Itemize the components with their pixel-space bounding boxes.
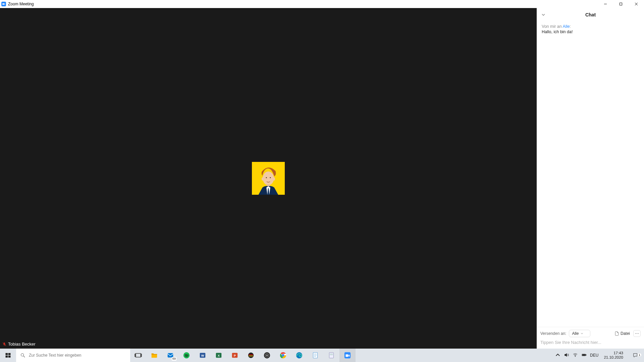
window-controls bbox=[598, 0, 644, 8]
folder-icon bbox=[151, 352, 158, 359]
taskbar-zoom[interactable] bbox=[339, 349, 356, 362]
chat-footer: Versenden an: Alle Datei ⋯ bbox=[537, 327, 644, 349]
window-title: Zoom Meeting bbox=[8, 2, 34, 6]
svg-point-6 bbox=[262, 177, 264, 181]
chat-input[interactable] bbox=[540, 340, 641, 345]
zoom-app-icon bbox=[1, 2, 6, 6]
tray-time: 17:43 bbox=[604, 351, 623, 355]
chat-messages[interactable]: Von mir an Alle: Hallo, ich bin da! bbox=[537, 21, 644, 327]
start-button[interactable] bbox=[0, 349, 16, 362]
svg-rect-32 bbox=[249, 356, 253, 356]
edge-icon bbox=[296, 352, 303, 359]
windows-logo-icon bbox=[5, 352, 11, 358]
video-area[interactable]: Tobias Becker bbox=[0, 8, 537, 349]
svg-rect-31 bbox=[249, 354, 253, 355]
excel-icon: X bbox=[215, 352, 222, 359]
tray-volume[interactable] bbox=[564, 352, 569, 359]
tray-language[interactable]: DEU bbox=[590, 353, 598, 358]
svg-point-5 bbox=[263, 171, 274, 185]
taskbar-taskview[interactable] bbox=[130, 349, 146, 362]
svg-point-7 bbox=[273, 177, 275, 181]
chat-message-meta: Von mir an Alle: bbox=[542, 24, 639, 29]
svg-rect-14 bbox=[8, 353, 11, 355]
taskbar-word[interactable]: W bbox=[195, 349, 211, 362]
chat-recipient-value: Alle bbox=[572, 331, 579, 336]
taskbar-chrome[interactable] bbox=[275, 349, 291, 362]
chat-header: Chat bbox=[537, 8, 644, 21]
file-icon bbox=[614, 331, 619, 336]
notepad-icon bbox=[312, 352, 319, 359]
word-icon: W bbox=[199, 352, 206, 359]
chat-message-text: Hallo, ich bin da! bbox=[542, 29, 639, 34]
taskview-icon bbox=[135, 352, 142, 359]
svg-rect-16 bbox=[8, 356, 11, 358]
wifi-icon bbox=[573, 352, 578, 358]
powerpoint-icon: P bbox=[231, 352, 238, 359]
generic-doc-icon bbox=[328, 352, 335, 359]
chat-message-suffix: : bbox=[570, 24, 571, 29]
chat-file-button[interactable]: Datei bbox=[614, 331, 630, 336]
spotify-icon bbox=[183, 352, 190, 359]
volume-icon bbox=[564, 352, 569, 358]
tray-battery[interactable] bbox=[581, 352, 587, 359]
svg-rect-15 bbox=[6, 356, 8, 358]
participant-name: Tobias Becker bbox=[8, 342, 36, 347]
svg-point-9 bbox=[270, 177, 271, 178]
mail-badge: 69 bbox=[172, 357, 176, 361]
search-icon bbox=[20, 353, 25, 358]
chat-message-recipient: Alle bbox=[563, 24, 570, 29]
svg-point-37 bbox=[282, 354, 284, 356]
taskbar-excel[interactable]: X bbox=[211, 349, 227, 362]
chat-title: Chat bbox=[585, 12, 596, 17]
tray-clock[interactable]: 17:43 21.10.2020 bbox=[602, 351, 625, 360]
taskbar-edge[interactable] bbox=[291, 349, 307, 362]
participant-name-label: Tobias Becker bbox=[1, 341, 38, 347]
taskbar-app-icons: 69 W X P bbox=[130, 349, 356, 362]
taskbar-app-generic-1[interactable] bbox=[243, 349, 259, 362]
taskbar-obs[interactable] bbox=[259, 349, 275, 362]
taskbar-spotify[interactable] bbox=[178, 349, 195, 362]
notification-count: 1 bbox=[638, 353, 641, 357]
chat-more-button[interactable]: ⋯ bbox=[633, 330, 641, 337]
taskbar-mail[interactable]: 69 bbox=[162, 349, 178, 362]
window-maximize-button[interactable] bbox=[613, 0, 629, 8]
taskbar-notepad[interactable] bbox=[307, 349, 323, 362]
taskbar-explorer[interactable] bbox=[146, 349, 162, 362]
notification-icon bbox=[633, 353, 638, 358]
battery-icon bbox=[581, 352, 587, 358]
svg-point-47 bbox=[575, 356, 576, 357]
svg-line-18 bbox=[23, 356, 25, 357]
tray-overflow[interactable] bbox=[555, 352, 560, 359]
tray-wifi[interactable] bbox=[573, 352, 578, 359]
chat-message: Von mir an Alle: Hallo, ich bin da! bbox=[542, 24, 639, 34]
chat-recipient-select[interactable]: Alle bbox=[569, 330, 590, 337]
svg-text:X: X bbox=[218, 354, 220, 357]
taskbar-search-placeholder: Zur Suche Text hier eingeben bbox=[29, 353, 82, 358]
tray-notifications[interactable]: 1 bbox=[629, 353, 642, 358]
circle-flag-icon bbox=[247, 352, 255, 359]
participant-avatar bbox=[252, 162, 285, 195]
taskbar-left: Zur Suche Text hier eingeben 69 W X bbox=[0, 349, 356, 362]
taskbar-search[interactable]: Zur Suche Text hier eingeben bbox=[16, 349, 130, 362]
svg-marker-46 bbox=[565, 353, 567, 356]
window-title-bar: Zoom Meeting bbox=[0, 0, 644, 8]
chat-send-to-label: Versenden an: bbox=[540, 331, 566, 336]
chat-collapse-button[interactable] bbox=[540, 12, 546, 18]
chevron-down-icon bbox=[581, 332, 583, 335]
taskbar-app-generic-2[interactable] bbox=[323, 349, 339, 362]
svg-rect-1 bbox=[620, 3, 622, 5]
window-minimize-button[interactable] bbox=[598, 0, 613, 8]
chat-file-label: Datei bbox=[621, 331, 630, 336]
tray-date: 21.10.2020 bbox=[604, 355, 623, 360]
window-close-button[interactable] bbox=[629, 0, 644, 8]
svg-point-8 bbox=[266, 177, 267, 178]
svg-text:W: W bbox=[201, 354, 204, 357]
mic-muted-icon bbox=[2, 342, 7, 347]
svg-rect-44 bbox=[330, 354, 333, 356]
svg-rect-50 bbox=[582, 354, 585, 355]
svg-rect-13 bbox=[6, 353, 8, 355]
zoom-icon bbox=[344, 352, 351, 359]
taskbar-powerpoint[interactable]: P bbox=[227, 349, 243, 362]
chat-footer-right: Datei ⋯ bbox=[614, 330, 641, 337]
main-area: Tobias Becker Chat Von mir an Alle: Hall… bbox=[0, 8, 644, 349]
